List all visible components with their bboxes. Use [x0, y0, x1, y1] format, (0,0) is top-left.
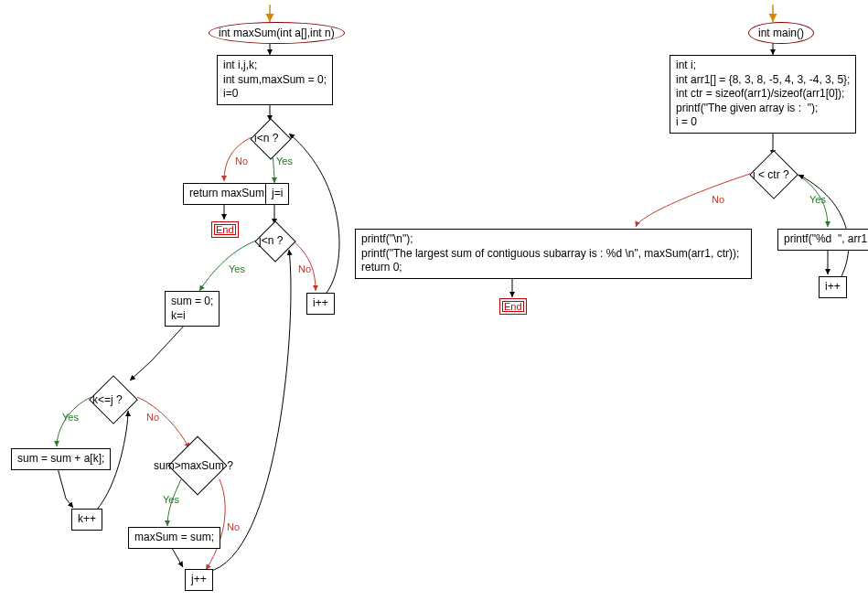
cond-k-le-j: k<=j ? — [92, 393, 123, 406]
maxsum-assign: maxSum = sum; — [128, 527, 220, 549]
i-increment-left: i++ — [306, 293, 335, 315]
label-yes: Yes — [229, 263, 245, 274]
label-yes: Yes — [163, 494, 179, 505]
sum-accumulate: sum = sum + a[k]; — [11, 448, 111, 470]
label-yes: Yes — [62, 412, 79, 423]
label-no: No — [227, 521, 240, 532]
end-left-1: End — [211, 221, 239, 238]
label-yes: Yes — [276, 156, 293, 166]
assign-j-i: j=i — [265, 183, 289, 205]
main-init-block: int i; int arr1[] = {8, 3, 8, -5, 4, 3, … — [670, 55, 856, 134]
label-yes: Yes — [809, 194, 826, 205]
k-increment: k++ — [71, 509, 102, 531]
cond-i-lt-n: i<n ? — [254, 132, 278, 145]
end-right: End — [499, 298, 527, 315]
maxsum-init-block: int i,j,k; int sum,maxSum = 0; i=0 — [217, 55, 333, 105]
label-no: No — [235, 156, 248, 166]
cond-sum-gt-max: sum>maxSum ? — [154, 459, 233, 472]
cond-i-lt-ctr: i < ctr ? — [753, 168, 789, 181]
fn-maxsum-start: int maxSum(int a[],int n) — [209, 22, 345, 44]
print-element: printf("%d ", arr1[i]); — [777, 229, 868, 251]
label-no: No — [146, 412, 159, 423]
main-final-block: printf("\n"); printf("The largest sum of… — [355, 229, 752, 279]
i-increment-right: i++ — [819, 276, 847, 298]
label-no: No — [298, 263, 311, 274]
cond-j-lt-n: j<n ? — [259, 234, 283, 247]
j-increment: j++ — [185, 569, 213, 591]
fn-main-start: int main() — [748, 22, 814, 44]
label-no: No — [712, 194, 724, 205]
inner-init: sum = 0; k=i — [165, 291, 220, 327]
return-maxsum: return maxSum; — [183, 183, 273, 205]
